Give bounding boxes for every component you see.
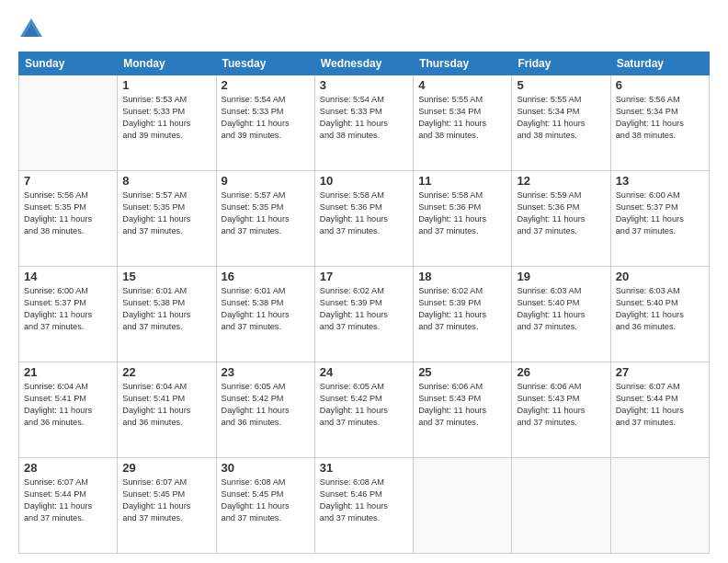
day-number: 25 [418,365,506,379]
day-info: Sunrise: 5:58 AM Sunset: 5:36 PM Dayligh… [320,190,408,237]
calendar-cell: 15Sunrise: 6:01 AM Sunset: 5:38 PM Dayli… [118,267,216,362]
calendar-cell: 5Sunrise: 5:55 AM Sunset: 5:34 PM Daylig… [512,75,610,171]
header-day-saturday: Saturday [610,52,709,75]
day-number: 23 [222,365,310,379]
calendar-cell: 10Sunrise: 5:58 AM Sunset: 5:36 PM Dayli… [314,171,413,267]
day-info: Sunrise: 5:57 AM Sunset: 5:35 PM Dayligh… [122,190,210,237]
day-number: 16 [222,270,310,283]
header-day-friday: Friday [512,52,610,75]
calendar-cell: 7Sunrise: 5:56 AM Sunset: 5:35 PM Daylig… [19,171,118,267]
day-number: 10 [320,174,408,188]
day-info: Sunrise: 6:00 AM Sunset: 5:37 PM Dayligh… [24,285,112,333]
day-number: 18 [418,270,506,283]
day-number: 30 [222,461,310,475]
day-info: Sunrise: 5:59 AM Sunset: 5:36 PM Dayligh… [517,190,605,237]
calendar-cell: 21Sunrise: 6:04 AM Sunset: 5:41 PM Dayli… [19,362,118,458]
day-info: Sunrise: 6:07 AM Sunset: 5:45 PM Dayligh… [122,477,210,524]
calendar-cell: 22Sunrise: 6:04 AM Sunset: 5:41 PM Dayli… [118,362,216,458]
day-info: Sunrise: 6:04 AM Sunset: 5:41 PM Dayligh… [122,381,210,429]
calendar-cell [610,458,709,554]
day-info: Sunrise: 6:07 AM Sunset: 5:44 PM Dayligh… [24,477,112,524]
calendar-cell: 1Sunrise: 5:53 AM Sunset: 5:33 PM Daylig… [118,75,216,171]
header-day-thursday: Thursday [414,52,512,75]
calendar-cell: 13Sunrise: 6:00 AM Sunset: 5:37 PM Dayli… [610,171,709,267]
day-info: Sunrise: 5:58 AM Sunset: 5:36 PM Dayligh… [418,190,506,237]
calendar-cell [414,458,512,554]
day-number: 13 [616,174,704,188]
day-number: 31 [320,461,408,475]
day-info: Sunrise: 6:06 AM Sunset: 5:43 PM Dayligh… [418,381,506,429]
calendar-cell: 20Sunrise: 6:03 AM Sunset: 5:40 PM Dayli… [610,267,709,362]
day-number: 26 [517,365,605,379]
calendar-week-2: 7Sunrise: 5:56 AM Sunset: 5:35 PM Daylig… [19,171,710,267]
day-info: Sunrise: 5:54 AM Sunset: 5:33 PM Dayligh… [222,94,310,142]
day-number: 11 [418,174,506,188]
calendar-cell: 14Sunrise: 6:00 AM Sunset: 5:37 PM Dayli… [19,267,118,362]
day-info: Sunrise: 5:55 AM Sunset: 5:34 PM Dayligh… [517,94,605,142]
day-number: 4 [418,78,506,92]
day-number: 27 [616,365,704,379]
header-day-monday: Monday [118,52,216,75]
day-info: Sunrise: 6:04 AM Sunset: 5:41 PM Dayligh… [24,381,112,429]
calendar-body: 1Sunrise: 5:53 AM Sunset: 5:33 PM Daylig… [19,75,710,554]
day-info: Sunrise: 6:08 AM Sunset: 5:46 PM Dayligh… [320,477,408,524]
day-number: 29 [122,461,210,475]
calendar-cell: 9Sunrise: 5:57 AM Sunset: 5:35 PM Daylig… [216,171,314,267]
day-number: 1 [122,78,210,92]
calendar-cell: 2Sunrise: 5:54 AM Sunset: 5:33 PM Daylig… [216,75,314,171]
header-day-sunday: Sunday [19,52,118,75]
day-number: 20 [616,270,704,283]
day-info: Sunrise: 6:06 AM Sunset: 5:43 PM Dayligh… [517,381,605,429]
day-number: 3 [320,78,408,92]
day-info: Sunrise: 6:01 AM Sunset: 5:38 PM Dayligh… [122,285,210,333]
calendar-cell: 29Sunrise: 6:07 AM Sunset: 5:45 PM Dayli… [118,458,216,554]
day-number: 5 [517,78,605,92]
day-number: 28 [24,461,112,475]
calendar-cell: 11Sunrise: 5:58 AM Sunset: 5:36 PM Dayli… [414,171,512,267]
calendar-cell: 30Sunrise: 6:08 AM Sunset: 5:45 PM Dayli… [216,458,314,554]
day-info: Sunrise: 6:02 AM Sunset: 5:39 PM Dayligh… [418,285,506,333]
calendar-cell: 12Sunrise: 5:59 AM Sunset: 5:36 PM Dayli… [512,171,610,267]
calendar-table: SundayMondayTuesdayWednesdayThursdayFrid… [18,52,710,554]
header [18,17,710,42]
day-info: Sunrise: 6:08 AM Sunset: 5:45 PM Dayligh… [222,477,310,524]
day-info: Sunrise: 6:05 AM Sunset: 5:42 PM Dayligh… [320,381,408,429]
header-day-wednesday: Wednesday [314,52,413,75]
day-number: 7 [24,174,112,188]
calendar-cell: 8Sunrise: 5:57 AM Sunset: 5:35 PM Daylig… [118,171,216,267]
calendar-cell: 6Sunrise: 5:56 AM Sunset: 5:34 PM Daylig… [610,75,709,171]
day-number: 17 [320,270,408,283]
logo [18,17,48,42]
calendar-cell: 17Sunrise: 6:02 AM Sunset: 5:39 PM Dayli… [314,267,413,362]
day-info: Sunrise: 6:02 AM Sunset: 5:39 PM Dayligh… [320,285,408,333]
day-info: Sunrise: 6:03 AM Sunset: 5:40 PM Dayligh… [616,285,704,333]
header-day-tuesday: Tuesday [216,52,314,75]
calendar-week-5: 28Sunrise: 6:07 AM Sunset: 5:44 PM Dayli… [19,458,710,554]
calendar-week-1: 1Sunrise: 5:53 AM Sunset: 5:33 PM Daylig… [19,75,710,171]
calendar-cell: 16Sunrise: 6:01 AM Sunset: 5:38 PM Dayli… [216,267,314,362]
day-info: Sunrise: 6:00 AM Sunset: 5:37 PM Dayligh… [616,190,704,237]
day-info: Sunrise: 6:01 AM Sunset: 5:38 PM Dayligh… [222,285,310,333]
calendar-cell: 28Sunrise: 6:07 AM Sunset: 5:44 PM Dayli… [19,458,118,554]
day-number: 6 [616,78,704,92]
calendar-cell: 27Sunrise: 6:07 AM Sunset: 5:44 PM Dayli… [610,362,709,458]
day-info: Sunrise: 5:54 AM Sunset: 5:33 PM Dayligh… [320,94,408,142]
day-number: 15 [122,270,210,283]
calendar-week-4: 21Sunrise: 6:04 AM Sunset: 5:41 PM Dayli… [19,362,710,458]
day-number: 12 [517,174,605,188]
day-info: Sunrise: 6:05 AM Sunset: 5:42 PM Dayligh… [222,381,310,429]
day-info: Sunrise: 5:55 AM Sunset: 5:34 PM Dayligh… [418,94,506,142]
calendar-cell: 19Sunrise: 6:03 AM Sunset: 5:40 PM Dayli… [512,267,610,362]
day-info: Sunrise: 6:03 AM Sunset: 5:40 PM Dayligh… [517,285,605,333]
calendar-cell: 3Sunrise: 5:54 AM Sunset: 5:33 PM Daylig… [314,75,413,171]
calendar-cell: 18Sunrise: 6:02 AM Sunset: 5:39 PM Dayli… [414,267,512,362]
day-info: Sunrise: 5:53 AM Sunset: 5:33 PM Dayligh… [122,94,210,142]
header-row: SundayMondayTuesdayWednesdayThursdayFrid… [19,52,710,75]
calendar-week-3: 14Sunrise: 6:00 AM Sunset: 5:37 PM Dayli… [19,267,710,362]
calendar-cell: 26Sunrise: 6:06 AM Sunset: 5:43 PM Dayli… [512,362,610,458]
day-number: 8 [122,174,210,188]
day-info: Sunrise: 5:56 AM Sunset: 5:35 PM Dayligh… [24,190,112,237]
calendar-cell: 23Sunrise: 6:05 AM Sunset: 5:42 PM Dayli… [216,362,314,458]
calendar-cell: 24Sunrise: 6:05 AM Sunset: 5:42 PM Dayli… [314,362,413,458]
day-number: 2 [222,78,310,92]
